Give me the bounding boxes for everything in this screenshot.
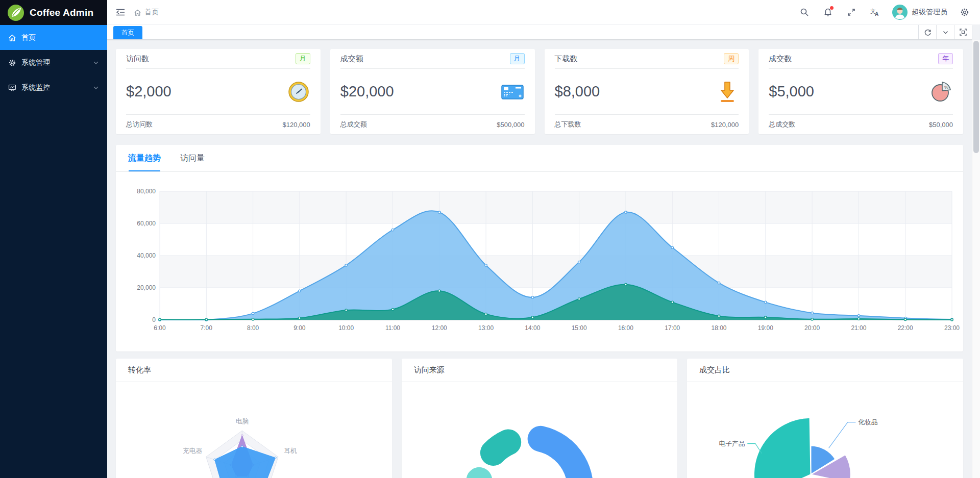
tab-label: 首页 [121, 29, 134, 37]
tab-home[interactable]: 首页 [113, 26, 142, 39]
donut-plot [478, 439, 580, 478]
tab-controls [918, 25, 972, 39]
search-icon[interactable] [798, 6, 811, 18]
stat-footer-label: 总访问数 [126, 120, 153, 129]
stat-card-header: 成交数 年 [769, 49, 953, 69]
sidebar-item-home[interactable]: 首页 [0, 25, 107, 50]
stat-card-turnover[interactable]: 成交额 月 $20,000 总成交额 [330, 49, 535, 134]
svg-text:16:00: 16:00 [618, 324, 633, 332]
clock-icon [287, 80, 310, 104]
svg-text:耳机: 耳机 [284, 447, 297, 455]
tab-visit-volume[interactable]: 访问量 [180, 145, 205, 171]
stat-card-deals[interactable]: 成交数 年 $5,000 % 总成交数 $50,000 [758, 49, 963, 134]
stat-card-footer: 总下载数 $120,000 [555, 114, 739, 134]
sidebar-item-system-management[interactable]: 系统管理 [0, 50, 107, 75]
chevron-down-icon[interactable] [936, 25, 954, 39]
app-logo: Coffee Admin [0, 0, 107, 25]
stat-card-row: 访问数 月 $2,000 总访问数 $120 [116, 49, 963, 134]
credit-card-icon [500, 82, 525, 102]
stat-footer-label: 总成交数 [769, 120, 795, 129]
stat-card-footer: 总访问数 $120,000 [126, 114, 310, 134]
card-title: 成交占比 [687, 359, 963, 382]
stat-card-header: 访问数 月 [126, 49, 310, 69]
tab-traffic-trend[interactable]: 流量趋势 [128, 145, 161, 171]
trend-plot: 020,00040,00060,00080,0006:007:008:009:0… [137, 188, 960, 332]
stat-card-footer: 总成交数 $50,000 [769, 114, 953, 134]
home-icon [134, 9, 141, 16]
stat-footer-label: 总成交额 [340, 120, 367, 129]
radar-chart[interactable]: 电脑耳机充电器 [116, 382, 392, 478]
stat-footer-value: $500,000 [497, 121, 524, 129]
gear-icon[interactable] [959, 6, 971, 18]
spring-leaf-icon [7, 4, 24, 21]
rose-pie-body: 化妆品电子产品 [687, 382, 963, 478]
chevron-down-icon [93, 60, 99, 66]
stat-title: 下载数 [555, 54, 578, 64]
chevron-down-icon [93, 85, 99, 91]
maximize-icon[interactable] [954, 25, 972, 39]
stat-card-downloads[interactable]: 下载数 周 $8,000 总下载数 $120,000 [545, 49, 749, 134]
stat-card-header: 下载数 周 [555, 49, 739, 69]
svg-text:11:00: 11:00 [385, 324, 400, 332]
breadcrumb[interactable]: 首页 [134, 8, 159, 17]
conversion-rate-card: 转化率 电脑耳机充电器 [116, 359, 392, 478]
svg-text:14:00: 14:00 [525, 324, 540, 332]
refresh-icon[interactable] [918, 25, 936, 39]
trend-chart-card: 流量趋势 访问量 020,00040,00060,00080,0006:007:… [116, 145, 963, 351]
vertical-scrollbar[interactable] [972, 40, 980, 478]
stat-card-body: $2,000 [126, 69, 310, 114]
svg-text:电子产品: 电子产品 [719, 440, 745, 447]
svg-text:12:00: 12:00 [432, 324, 447, 332]
stat-card-body: $20,000 [340, 69, 525, 114]
radar-plot: 电脑耳机充电器 [183, 417, 297, 478]
rose-pie-chart[interactable]: 化妆品电子产品 [687, 382, 963, 478]
svg-text:17:00: 17:00 [665, 324, 680, 332]
avatar [892, 5, 908, 20]
stat-value: $20,000 [340, 83, 394, 100]
rose-plot: 化妆品电子产品 [719, 418, 878, 478]
pie-chart-icon: % [929, 80, 953, 104]
navbar-left: 首页 [114, 6, 159, 18]
username: 超级管理员 [912, 8, 947, 17]
bottom-card-row: 转化率 电脑耳机充电器 访问来源 成交占比 化妆品电子产品 [116, 359, 963, 478]
svg-text:21:00: 21:00 [851, 324, 866, 332]
sidebar-item-label: 系统监控 [21, 83, 50, 92]
stat-value: $2,000 [126, 83, 172, 100]
donut-chart[interactable] [402, 382, 678, 478]
tab-label: 流量趋势 [128, 153, 161, 164]
svg-text:充电器: 充电器 [183, 447, 202, 455]
stat-card-footer: 总成交额 $500,000 [340, 114, 525, 134]
fullscreen-icon[interactable] [845, 6, 857, 18]
navbar-right: 文 A 超级管理员 [798, 5, 973, 20]
svg-text:13:00: 13:00 [478, 324, 494, 332]
menu-fold-icon[interactable] [114, 6, 127, 18]
sidebar: Coffee Admin 首页 系统管理 [0, 0, 107, 478]
top-navbar: 首页 [107, 0, 980, 25]
svg-text:15:00: 15:00 [572, 324, 587, 332]
bell-icon[interactable] [822, 6, 834, 18]
tab-label: 访问量 [180, 153, 205, 164]
stat-footer-value: $50,000 [929, 121, 953, 129]
page-content: 访问数 月 $2,000 总访问数 $120 [107, 40, 972, 478]
translate-icon[interactable]: 文 A [869, 6, 881, 18]
svg-text:8:00: 8:00 [247, 324, 259, 332]
stat-card-visits[interactable]: 访问数 月 $2,000 总访问数 $120 [116, 49, 321, 134]
stat-card-body: $8,000 [555, 69, 739, 114]
svg-text:A: A [875, 11, 878, 17]
stat-card-header: 成交额 月 [340, 49, 525, 69]
sidebar-menu: 首页 系统管理 系统监控 [0, 25, 107, 478]
user-menu[interactable]: 超级管理员 [892, 5, 947, 20]
tabbar: 首页 [107, 25, 972, 40]
svg-text:%: % [944, 85, 948, 90]
svg-text:80,000: 80,000 [137, 188, 156, 195]
period-badge: 周 [724, 53, 739, 64]
scrollbar-thumb[interactable] [973, 41, 979, 153]
trend-area-chart[interactable]: 020,00040,00060,00080,0006:007:008:009:0… [116, 172, 963, 351]
svg-text:7:00: 7:00 [201, 324, 213, 332]
deal-share-card: 成交占比 化妆品电子产品 [687, 359, 963, 478]
svg-text:6:00: 6:00 [154, 324, 166, 332]
svg-text:18:00: 18:00 [712, 324, 727, 332]
period-badge: 月 [296, 53, 310, 64]
period-badge: 月 [510, 53, 525, 64]
sidebar-item-system-monitor[interactable]: 系统监控 [0, 75, 107, 100]
